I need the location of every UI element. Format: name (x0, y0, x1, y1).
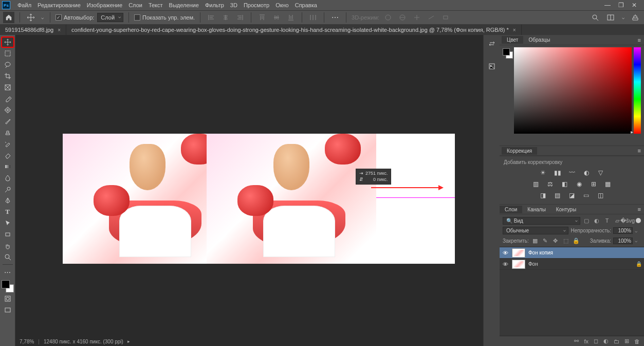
rect-marquee-tool[interactable] (2, 48, 14, 59)
layer-thumbnail[interactable] (512, 248, 525, 258)
lasso-tool[interactable] (2, 60, 14, 70)
fg-bg-mini-swatch[interactable] (500, 45, 514, 145)
new-group-icon[interactable]: 🗀 (614, 338, 619, 344)
library-panel-icon[interactable] (486, 61, 498, 72)
eraser-tool[interactable] (2, 150, 14, 160)
frame-tool[interactable] (2, 82, 14, 93)
menu-file[interactable]: Файл (14, 2, 34, 8)
crop-tool[interactable] (2, 71, 14, 81)
lock-artboard-icon[interactable]: ⬚ (562, 236, 570, 245)
canvas-document[interactable]: ⇥2751 пикс. ⇵0 пикс. (63, 134, 455, 264)
3d-roll-icon[interactable] (397, 12, 408, 23)
align-bottom-icon[interactable] (285, 12, 297, 23)
3d-pan-icon[interactable] (411, 12, 422, 23)
tab-close-icon[interactable]: × (513, 27, 516, 33)
color-lookup-icon[interactable]: ▦ (603, 180, 613, 188)
tool-preset-caret[interactable]: ⌵ (40, 12, 45, 23)
color-field-picker[interactable] (514, 47, 632, 134)
edit-toolbar-icon[interactable]: ⋯ (2, 267, 14, 277)
fill-caret-icon[interactable]: ⌵ (635, 238, 641, 243)
eyedropper-tool[interactable] (2, 94, 14, 104)
minimize-button[interactable]: — (604, 2, 611, 9)
layer-content-copy[interactable] (207, 134, 376, 264)
filter-pixel-icon[interactable]: ▢ (582, 216, 591, 225)
lock-position-icon[interactable]: ✥ (551, 236, 560, 245)
gradient-tool[interactable] (2, 161, 14, 172)
pen-tool[interactable] (2, 195, 14, 206)
document-tab[interactable]: 5919154886df8.jpg × (0, 25, 66, 35)
link-layers-icon[interactable]: ⚯ (574, 338, 579, 344)
panel-menu-icon[interactable]: ≡ (635, 206, 644, 212)
zoom-readout[interactable]: 7,78% (20, 339, 34, 344)
menu-edit[interactable]: Редактирование (34, 2, 84, 8)
move-tool[interactable] (2, 37, 14, 47)
align-right-icon[interactable] (234, 12, 246, 23)
tab-color[interactable]: Цвет (502, 36, 523, 44)
curves-icon[interactable]: 〰 (567, 169, 577, 177)
opacity-input[interactable]: 100% (613, 227, 633, 234)
panel-menu-icon[interactable]: ≡ (635, 148, 644, 154)
posterize-icon[interactable]: ▤ (553, 191, 563, 199)
layer-row[interactable]: 👁 Фон 🔒 (500, 259, 644, 270)
blur-tool[interactable] (2, 173, 14, 183)
menu-text[interactable]: Текст (145, 2, 166, 8)
foreground-swatch[interactable] (2, 280, 10, 288)
rectangle-tool[interactable] (2, 229, 14, 240)
doc-info-readout[interactable]: 12480 пикс. x 4160 пикс. (300 ppi) (44, 339, 123, 344)
panel-menu-icon[interactable]: ≡ (635, 37, 644, 43)
tab-swatches[interactable]: Образцы (523, 36, 555, 44)
menu-select[interactable]: Выделение (166, 2, 202, 8)
close-button[interactable]: ✕ (631, 2, 638, 9)
tab-layers[interactable]: Слои (500, 206, 522, 213)
vibrance-icon[interactable]: ▽ (596, 169, 606, 177)
properties-panel-icon[interactable] (486, 39, 498, 50)
delete-layer-icon[interactable]: 🗑 (634, 338, 640, 344)
share-icon[interactable] (630, 12, 641, 23)
menu-3d[interactable]: 3D (227, 2, 241, 8)
foreground-swatch[interactable] (503, 48, 510, 56)
invert-icon[interactable]: ◨ (538, 191, 548, 199)
canvas-area[interactable]: ⇥2751 пикс. ⇵0 пикс. 7,78% | 12480 пикс.… (15, 35, 483, 346)
selective-color-icon[interactable]: ◫ (596, 191, 606, 199)
3d-slide-icon[interactable] (426, 12, 437, 23)
hue-sat-icon[interactable]: ▥ (531, 180, 541, 188)
hand-tool[interactable] (2, 241, 14, 251)
auto-select-toggle[interactable]: Автовыбор: (56, 14, 94, 21)
lock-transparent-icon[interactable]: ▩ (531, 236, 539, 245)
align-top-icon[interactable] (256, 12, 268, 23)
menu-help[interactable]: Справка (292, 2, 320, 8)
hue-slider[interactable]: ▸ (634, 47, 641, 134)
menu-view[interactable]: Просмотр (241, 2, 272, 8)
maximize-button[interactable]: ❐ (617, 2, 624, 9)
quick-mask-toggle[interactable] (2, 294, 14, 304)
layer-name[interactable]: Фон копия (528, 250, 553, 256)
filter-toggle[interactable] (636, 218, 641, 223)
fill-input[interactable]: 100% (613, 238, 633, 244)
brush-tool[interactable] (2, 116, 14, 126)
channel-mixer-icon[interactable]: ⊞ (588, 180, 599, 188)
tab-channels[interactable]: Каналы (522, 206, 551, 213)
distribute-icon[interactable] (307, 12, 319, 23)
path-select-tool[interactable] (2, 218, 14, 228)
exposure-icon[interactable]: ◐ (581, 169, 592, 177)
screen-mode-toggle[interactable] (2, 305, 14, 315)
align-hcenter-icon[interactable] (220, 12, 231, 23)
visibility-toggle-icon[interactable]: 👁 (502, 250, 509, 256)
workspace-caret[interactable]: ⌵ (620, 12, 625, 23)
more-options-icon[interactable]: ⋯ (329, 12, 341, 23)
dodge-tool[interactable] (2, 184, 14, 194)
menu-layers[interactable]: Слои (125, 2, 145, 8)
add-mask-icon[interactable]: ◻ (594, 338, 598, 344)
tab-adjustments[interactable]: Коррекция (502, 147, 537, 155)
new-layer-icon[interactable]: ⊞ (624, 338, 629, 344)
threshold-icon[interactable]: ◪ (567, 191, 577, 199)
lock-pixels-icon[interactable]: ✎ (541, 236, 549, 245)
menu-image[interactable]: Изображение (84, 2, 125, 8)
type-tool[interactable]: T (2, 207, 14, 217)
brightness-contrast-icon[interactable]: ☀ (538, 169, 548, 177)
move-tool-icon[interactable] (25, 12, 36, 23)
workspace-switcher-icon[interactable] (605, 12, 616, 23)
document-tab[interactable]: confident-young-superhero-boy-red-cape-w… (66, 25, 522, 35)
color-balance-icon[interactable]: ⚖ (545, 180, 556, 188)
align-vcenter-icon[interactable] (271, 12, 282, 23)
